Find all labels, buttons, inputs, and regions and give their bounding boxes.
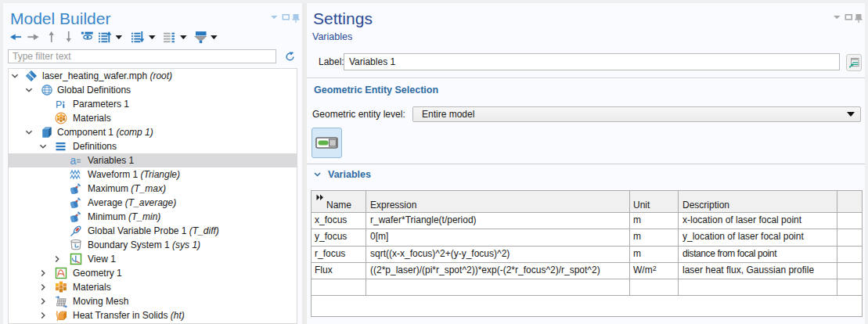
svg-text:a: a (70, 154, 77, 167)
svg-text:P: P (56, 99, 62, 110)
